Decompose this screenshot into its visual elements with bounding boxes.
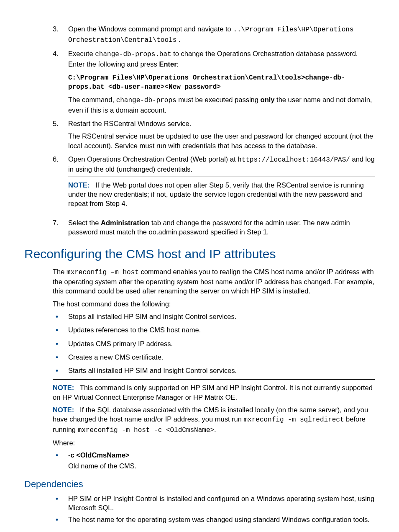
step-3: 3. Open the Windows command prompt and n… [24, 24, 375, 45]
step-number: 7. [53, 218, 59, 227]
step-detail: The RSCentral service must be updated to… [68, 131, 375, 150]
note-block: NOTE: If the Web portal does not open af… [68, 180, 375, 208]
list-item: The host name for the operating system w… [68, 515, 375, 524]
note-block: NOTE: If the SQL database associated wit… [53, 405, 375, 435]
note-label: NOTE: [53, 406, 74, 414]
section-heading-dependencies: Dependencies [24, 478, 375, 491]
host-command-bullets: Stops all installed HP SIM and Insight C… [68, 312, 375, 375]
step-text: Execute change-db-props.bat to change th… [68, 50, 358, 68]
divider [68, 212, 375, 212]
step-text: Open the Windows command prompt and navi… [68, 25, 353, 43]
divider [68, 177, 375, 177]
step-number: 4. [53, 49, 59, 58]
note-block: NOTE: This command is only supported on … [53, 383, 375, 402]
note-label: NOTE: [68, 181, 90, 189]
code-file: change-db-props.bat [95, 51, 171, 58]
option-name: -c <OldCmsName> [68, 451, 130, 459]
note-label: NOTE: [53, 384, 74, 391]
note-text: If the SQL database associated with the … [53, 406, 368, 433]
section-paragraph: The mxreconfig –m host command enables y… [53, 267, 375, 296]
section-heading-reconfiguring: Reconfiguring the CMS host and IP attrib… [24, 246, 375, 263]
list-item: Starts all installed HP SIM and Insight … [68, 366, 375, 375]
step-6: 6. Open Operations Orchestration Central… [24, 154, 375, 212]
section-paragraph: The host command does the following: [53, 299, 375, 308]
note-text: If the Web portal does not open after St… [68, 181, 364, 208]
document-page: 3. Open the Windows command prompt and n… [0, 0, 399, 532]
step-text: Restart the RSCentral Windows service. [68, 120, 191, 127]
note-text: This command is only supported on HP SIM… [53, 384, 373, 401]
command-block: C:\Program Files\HP\Operations Orchestra… [68, 74, 375, 92]
step-7: 7. Select the Administration tab and cha… [24, 218, 375, 237]
code-url: https://localhost:16443/PAS/ [238, 156, 350, 164]
option-bullets: -c <OldCmsName> Old name of the CMS. [68, 450, 375, 471]
code-command: mxreconfig –m host [66, 269, 139, 276]
step-4: 4. Execute change-db-props.bat to change… [24, 49, 375, 115]
where-label: Where: [53, 438, 375, 447]
step-number: 3. [53, 24, 59, 33]
list-item: HP SIM or HP Insight Control is installe… [68, 494, 375, 513]
step-5: 5. Restart the RSCentral Windows service… [24, 119, 375, 150]
step-text: Select the Administration tab and change… [68, 219, 350, 236]
list-item: Stops all installed HP SIM and Insight C… [68, 312, 375, 321]
option-desc: Old name of the CMS. [68, 461, 375, 470]
dependencies-bullets: HP SIM or HP Insight Control is installe… [68, 494, 375, 524]
step-note: The command, change-db-props must be exe… [68, 95, 375, 115]
step-text: Open Operations Orchestration Central (W… [68, 155, 375, 173]
list-item: -c <OldCmsName> Old name of the CMS. [68, 450, 375, 471]
numbered-steps-list: 3. Open the Windows command prompt and n… [24, 24, 375, 236]
list-item: Updates references to the CMS host name. [68, 325, 375, 334]
step-number: 5. [53, 119, 59, 128]
step-number: 6. [53, 154, 59, 164]
list-item: Updates CMS primary IP address. [68, 339, 375, 348]
divider [53, 379, 375, 380]
list-item: Creates a new CMS certificate. [68, 352, 375, 362]
